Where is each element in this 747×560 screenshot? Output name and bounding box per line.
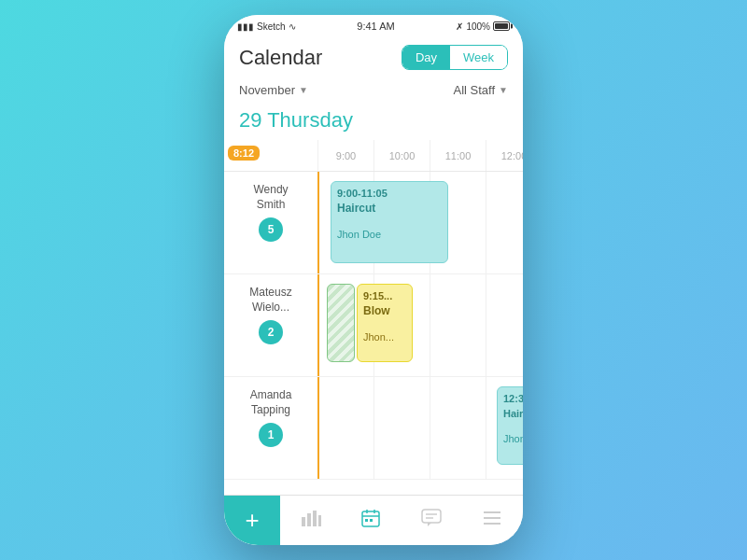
appt-client: Jhon Doe: [337, 228, 442, 241]
stats-icon: [301, 510, 321, 531]
tab-menu[interactable]: [482, 510, 502, 531]
current-time-badge: 8:12: [228, 146, 260, 161]
time-grid-mateusz: 9:15... Blow Jhon...: [317, 274, 523, 376]
staff-col-header: 8:12: [224, 140, 317, 171]
time-label-1100: 11:00: [430, 140, 486, 171]
battery-icon: [493, 21, 510, 31]
wifi-icon: ∿: [289, 21, 296, 32]
svg-rect-0: [302, 517, 305, 526]
grid-lines-amanda: [317, 377, 523, 479]
staff-filter-button[interactable]: All Staff ▼: [454, 83, 508, 97]
staff-info-wendy: WendySmith 5: [224, 172, 317, 273]
staff-info-amanda: AmandaTapping 1: [224, 377, 317, 479]
appointment-greenstripe-mateusz[interactable]: [327, 284, 355, 362]
staff-row-amanda: AmandaTapping 1 12:3... Hair: [224, 377, 523, 480]
grid-col-a1: [317, 377, 374, 479]
time-header: 8:12 9:00 10:00 11:00 12:00 13:00: [224, 140, 523, 172]
staff-name-mateusz: MateuszWielo...: [249, 286, 291, 315]
appt-service-mateusz: Blow: [363, 304, 406, 319]
staff-row-mateusz: MateuszWielo... 2: [224, 274, 523, 377]
status-battery-area: ✗ 100%: [456, 21, 510, 32]
current-time-line-amanda: [317, 377, 319, 479]
svg-rect-2: [313, 511, 317, 526]
staff-badge-mateusz: 2: [259, 320, 283, 344]
staff-rows: WendySmith 5 9:00-11:05: [224, 172, 523, 495]
view-toggle: Day Week: [402, 45, 508, 70]
appt-time: 9:00-11:05: [337, 187, 442, 200]
appointment-haircut-amanda[interactable]: 12:3... Hairc... Jhon...: [497, 386, 523, 465]
add-icon: +: [245, 506, 259, 535]
month-label: November: [239, 83, 295, 97]
staff-info-mateusz: MateuszWielo... 2: [224, 274, 317, 376]
battery-fill: [495, 23, 508, 29]
bluetooth-icon: ✗: [456, 21, 463, 32]
calendar-icon: [361, 509, 380, 532]
tab-messages[interactable]: [421, 509, 442, 532]
staff-badge-wendy: 5: [259, 217, 283, 242]
time-slots-header: 9:00 10:00 11:00 12:00 13:00: [317, 140, 523, 171]
day-view-button[interactable]: Day: [402, 46, 450, 69]
date-text: 29 Thursday: [239, 108, 353, 132]
svg-rect-1: [307, 513, 311, 526]
messages-icon: [421, 509, 442, 532]
staff-badge-amanda: 1: [259, 423, 283, 447]
current-time-line-mateusz: [317, 274, 319, 376]
month-arrow-icon: ▼: [299, 85, 308, 95]
app-name-label: Sketch: [257, 21, 286, 32]
add-button[interactable]: +: [224, 496, 280, 546]
time-label-900: 9:00: [317, 140, 374, 171]
time-grid-wendy: 9:00-11:05 Haircut Jhon Doe: [317, 172, 523, 273]
current-time-line: [317, 172, 319, 273]
tab-stats[interactable]: [301, 510, 321, 531]
appt-time-mateusz: 9:15...: [363, 289, 406, 302]
filters-row: November ▼ All Staff ▼: [224, 79, 523, 105]
staff-arrow-icon: ▼: [499, 85, 508, 95]
battery-percent: 100%: [466, 21, 490, 32]
grid-col-m3: [430, 274, 486, 376]
svg-rect-10: [422, 510, 441, 523]
time-label-1200: 12:00: [486, 140, 523, 171]
staff-row-wendy: WendySmith 5 9:00-11:05: [224, 172, 523, 274]
menu-icon: [482, 510, 502, 531]
appt-service-amanda: Hairc...: [503, 407, 523, 420]
appointment-blow-mateusz[interactable]: 9:15... Blow Jhon...: [357, 284, 413, 362]
svg-rect-3: [318, 515, 321, 526]
signal-icon: ▮▮▮: [237, 21, 254, 32]
appointment-haircut-wendy[interactable]: 9:00-11:05 Haircut Jhon Doe: [331, 181, 448, 263]
status-time: 9:41 AM: [357, 21, 394, 32]
svg-rect-9: [370, 519, 373, 522]
staff-filter-label: All Staff: [454, 83, 496, 97]
app-title: Calendar: [239, 46, 322, 70]
month-filter-button[interactable]: November ▼: [239, 83, 308, 97]
phone-frame: ▮▮▮ Sketch ∿ 9:41 AM ✗ 100% Calendar Day…: [224, 15, 523, 545]
date-heading: 29 Thursday: [224, 105, 523, 140]
week-view-button[interactable]: Week: [450, 46, 507, 69]
grid-col-a2: [374, 377, 430, 479]
staff-name-amanda: AmandaTapping: [250, 388, 292, 417]
tab-items: [280, 509, 523, 532]
app-header: Calendar Day Week: [224, 37, 523, 79]
grid-col-m4: [486, 274, 523, 376]
tab-calendar[interactable]: [361, 509, 380, 532]
grid-col-4: [486, 172, 523, 273]
grid-col-a3: [430, 377, 486, 479]
appt-client-mateusz: Jhon...: [363, 330, 406, 343]
appt-time-amanda: 12:3...: [503, 392, 523, 405]
calendar-area: 8:12 9:00 10:00 11:00 12:00 13:00 WendyS…: [224, 140, 523, 495]
appt-client-amanda: Jhon...: [503, 432, 523, 445]
tab-bar: +: [224, 495, 523, 545]
status-signal: ▮▮▮ Sketch ∿: [237, 21, 296, 32]
svg-rect-8: [365, 519, 368, 522]
time-grid-amanda: 12:3... Hairc... Jhon...: [317, 377, 523, 479]
time-label-1000: 10:00: [374, 140, 430, 171]
appt-service: Haircut: [337, 202, 442, 217]
status-bar: ▮▮▮ Sketch ∿ 9:41 AM ✗ 100%: [224, 15, 523, 37]
staff-name-wendy: WendySmith: [253, 183, 288, 212]
